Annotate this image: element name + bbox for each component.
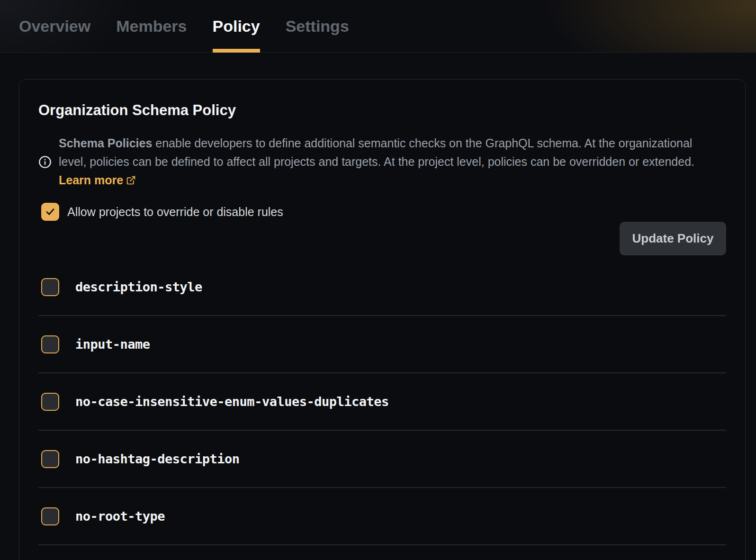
tab-settings[interactable]: Settings [286,0,349,53]
rule-checkbox-no-root-type[interactable] [41,507,59,525]
info-icon [38,155,52,169]
allow-override-checkbox[interactable] [41,203,59,221]
rule-name: input-name [75,337,150,352]
policy-description-row: Schema Policies enable developers to def… [38,134,726,190]
rule-name: description-style [75,280,202,294]
update-policy-button[interactable]: Update Policy [620,222,726,255]
rule-row-input-name: input-name [38,316,726,373]
description-text: enable developers to define additional s… [59,136,694,168]
rule-checkbox-no-hashtag-description[interactable] [41,450,59,468]
rule-name: no-root-type [75,509,165,524]
rule-name: no-hashtag-description [75,452,240,466]
rule-checkbox-description-style[interactable] [41,278,59,296]
learn-more-label: Learn more [59,173,123,187]
allow-override-row: Allow projects to override or disable ru… [41,203,726,221]
tab-policy[interactable]: Policy [213,0,260,53]
policy-card: Organization Schema Policy Schema Polici… [19,79,746,560]
rule-row-description-style: description-style [38,259,726,316]
allow-override-label: Allow projects to override or disable ru… [67,205,283,219]
rule-row-no-root-type: no-root-type [38,488,726,545]
external-link-icon [126,175,136,185]
rule-row-no-case-insensitive-enum-values-duplicates: no-case-insensitive-enum-values-duplicat… [38,373,726,431]
rule-row-no-hashtag-description: no-hashtag-description [38,431,726,488]
rules-list: description-style input-name no-case-ins… [38,259,726,545]
rule-name: no-case-insensitive-enum-values-duplicat… [75,394,389,409]
button-row: Update Policy [38,222,726,255]
tab-members[interactable]: Members [116,0,187,53]
page-title: Organization Schema Policy [38,101,726,119]
checkmark-icon [45,206,56,217]
tab-overview[interactable]: Overview [19,0,90,53]
rule-checkbox-input-name[interactable] [41,335,59,353]
description-bold-text: Schema Policies [59,136,152,150]
topbar: Overview Members Policy Settings [0,0,756,53]
learn-more-link[interactable]: Learn more [59,173,136,187]
policy-description: Schema Policies enable developers to def… [59,134,709,190]
rule-checkbox-no-case-insensitive-enum-values-duplicates[interactable] [41,393,59,411]
